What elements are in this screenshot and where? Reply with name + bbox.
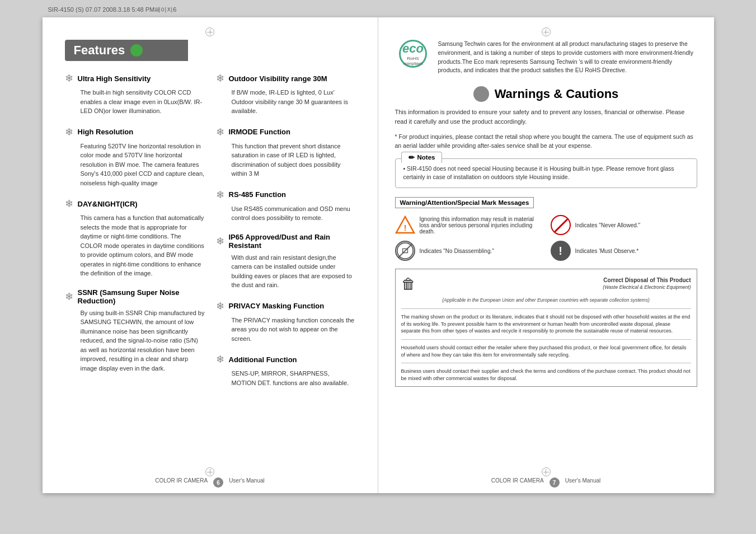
feature-header-hires: ❄ High Resolution — [65, 126, 205, 138]
disposal-body3: Business users should contact their supp… — [401, 368, 691, 382]
warn-sym-triangle: ! — [395, 215, 415, 235]
page-right: eco RoHS compliant Samsung Techwin cares… — [378, 17, 714, 493]
feature-icon-rs485: ❄ — [216, 189, 224, 201]
warn-item-triangle: ! Ignoring this information may result i… — [395, 215, 542, 235]
warnings-title-text: Warnings & Cautions — [495, 87, 619, 101]
notes-label: Notes — [417, 154, 435, 161]
warn-text-must-observe: Indicates 'Must Observe.* — [575, 248, 639, 254]
eco-circle: eco RoHS compliant — [399, 40, 427, 68]
feature-body-rs485: Use RS485 communication and OSD menu con… — [216, 204, 356, 223]
feature-title-additional: Additional Function — [229, 355, 297, 364]
warn-icons-grid: ! Ignoring this information may result i… — [395, 215, 697, 261]
feature-outdoor: ❄ Outdoor Visibility range 30M If B/W mo… — [216, 72, 356, 116]
feature-header-outdoor: ❄ Outdoor Visibility range 30M — [216, 72, 356, 85]
feature-header-additional: ❄ Additional Function — [216, 353, 356, 366]
feature-header-ultra: ❄ Ultra High Sensitivity — [65, 72, 205, 85]
feature-title-ip65: IP65 Approved/Dust and Rain Resistant — [229, 233, 356, 250]
warnings-cautions-title: Warnings & Cautions — [395, 86, 697, 102]
reg-mark-bottom-left — [205, 467, 214, 476]
feature-ultra-high-sensitivity: ❄ Ultra High Sensitivity The built-in hi… — [65, 72, 205, 116]
feature-title-irmode: IRMODE Function — [229, 128, 291, 136]
no-disassemble-svg — [396, 241, 414, 261]
disposal-bin-icon: 🗑 — [401, 274, 416, 294]
feature-body-privacy: The PRIVACY masking function conceals th… — [216, 316, 356, 344]
feature-body-ip65: With dust and rain resistant design,the … — [216, 253, 356, 290]
feature-body-hires: Featuring 520TV line horizontal resoluti… — [65, 142, 205, 188]
footer-page-num-right: 7 — [550, 477, 560, 488]
feature-body-ultra: The built-in high sensitivity COLOR CCD … — [65, 88, 205, 116]
features-title-bar: Features — [65, 40, 188, 61]
feature-ip65: ❄ IP65 Approved/Dust and Rain Resistant … — [216, 233, 356, 290]
disposal-divider3 — [401, 363, 691, 363]
feature-body-daynight: This camera has a function that automati… — [65, 213, 205, 278]
footer-manual-left: User's Manual — [229, 477, 265, 488]
feature-irmode: ❄ IRMODE Function This function that pre… — [216, 126, 356, 179]
feature-body-ssnr: By using built-in SSNR Chip manufactured… — [65, 308, 205, 373]
notes-content: • SIR-4150 does not need special Housing… — [403, 165, 689, 182]
page-footer-right: COLOR IR CAMERA 7 User's Manual — [378, 477, 714, 488]
warn-sym-never-allowed — [551, 215, 571, 235]
warn-text-triangle: Ignoring this information may result in … — [420, 216, 542, 235]
warning-note: * For product inquiries, please contact … — [395, 133, 697, 151]
feature-body-irmode: This function that prevent short distanc… — [216, 142, 356, 179]
eco-text: eco — [402, 41, 424, 56]
eco-rohs: RoHS compliant — [401, 56, 425, 66]
feature-daynight: ❄ DAY&NIGHT(ICR) This camera has a funct… — [65, 198, 205, 278]
feature-icon-outdoor: ❄ — [216, 72, 224, 85]
svg-line-3 — [398, 244, 412, 258]
header-text: SIR-4150 (S) 07.07 2008.3.18 5:48 PM페이지6 — [48, 6, 177, 13]
eco-logo: eco RoHS compliant — [395, 40, 431, 68]
feature-icon-daynight: ❄ — [65, 198, 73, 210]
feature-title-ultra: Ultra High Sensitivity — [78, 74, 151, 83]
warn-sym-must-observe: ! — [551, 241, 571, 261]
warning-intro: This information is provided to ensure y… — [395, 107, 697, 126]
warn-item-never-allowed: Indicates "Never Allowed." — [551, 215, 697, 235]
footer-label-left: COLOR IR CAMERA — [155, 477, 208, 488]
page-container: SIR-4150 (S) 07.07 2008.3.18 5:48 PM페이지6… — [0, 0, 756, 534]
notes-box: ✏ Notes • SIR-4150 does not need special… — [395, 158, 697, 189]
warn-attention-title: Warning/Attention/Special Mark Messages — [395, 197, 534, 208]
disposal-divider2 — [401, 339, 691, 340]
feature-title-hires: High Resolution — [78, 128, 134, 136]
reg-mark-bottom-right — [542, 467, 551, 476]
feature-high-resolution: ❄ High Resolution Featuring 520TV line h… — [65, 126, 205, 188]
page-footer-left: COLOR IR CAMERA 6 User's Manual — [43, 477, 378, 488]
disposal-body1: The marking shown on the product or its … — [401, 313, 691, 335]
footer-page-num-left: 6 — [213, 477, 223, 488]
feature-ssnr: ❄ SSNR (Samsung Super Noise Reduction) B… — [65, 288, 205, 373]
feature-icon-hires: ❄ — [65, 126, 73, 138]
features-two-col: ❄ Ultra High Sensitivity The built-in hi… — [65, 72, 361, 397]
header-bar: SIR-4150 (S) 07.07 2008.3.18 5:48 PM페이지6 — [43, 6, 714, 14]
feature-header-rs485: ❄ RS-485 Function — [216, 189, 356, 201]
feature-icon-ssnr: ❄ — [65, 291, 73, 303]
disposal-subtitle-text: (Waste Electrical & Electronic Equipment… — [420, 284, 691, 291]
feature-body-outdoor: If B/W mode, IR-LED is lighted, 0 Lux' O… — [216, 88, 356, 116]
features-col-left: ❄ Ultra High Sensitivity The built-in hi… — [65, 72, 205, 397]
warn-item-must-observe: ! Indicates 'Must Observe.* — [551, 241, 697, 261]
feature-title-daynight: DAY&NIGHT(ICR) — [78, 200, 138, 208]
warn-circle-icon — [473, 86, 489, 102]
disposal-applicable: (Applicable in the European Union and ot… — [401, 297, 691, 304]
feature-additional: ❄ Additional Function SENS-UP, MIRROR, S… — [216, 353, 356, 387]
reg-mark-top-right — [542, 27, 551, 36]
warn-text-never-allowed: Indicates "Never Allowed." — [575, 222, 641, 228]
feature-icon-ip65: ❄ — [216, 235, 224, 247]
feature-title-privacy: PRIVACY Masking Function — [229, 302, 325, 310]
feature-title-rs485: RS-485 Function — [229, 190, 287, 199]
notes-tab: ✏ Notes — [401, 152, 443, 163]
features-title: Features — [74, 43, 125, 58]
feature-header-privacy: ❄ PRIVACY Masking Function — [216, 300, 356, 312]
features-green-circle — [130, 44, 143, 57]
warn-text-no-disassemble: Indicates "No Disassembling." — [420, 248, 494, 254]
feature-privacy: ❄ PRIVACY Masking Function The PRIVACY m… — [216, 300, 356, 344]
disposal-title-block: Correct Disposal of This Product (Waste … — [420, 277, 691, 291]
feature-icon-additional: ❄ — [216, 353, 224, 366]
feature-header-irmode: ❄ IRMODE Function — [216, 126, 356, 138]
feature-header-ip65: ❄ IP65 Approved/Dust and Rain Resistant — [216, 233, 356, 250]
disposal-body2: Household users should contact either th… — [401, 344, 691, 358]
feature-icon-irmode: ❄ — [216, 126, 224, 138]
feature-title-outdoor: Outdoor Visibility range 30M — [229, 74, 327, 83]
feature-header-daynight: ❄ DAY&NIGHT(ICR) — [65, 198, 205, 210]
feature-title-ssnr: SSNR (Samsung Super Noise Reduction) — [78, 288, 205, 305]
feature-icon-ultra: ❄ — [65, 72, 73, 85]
